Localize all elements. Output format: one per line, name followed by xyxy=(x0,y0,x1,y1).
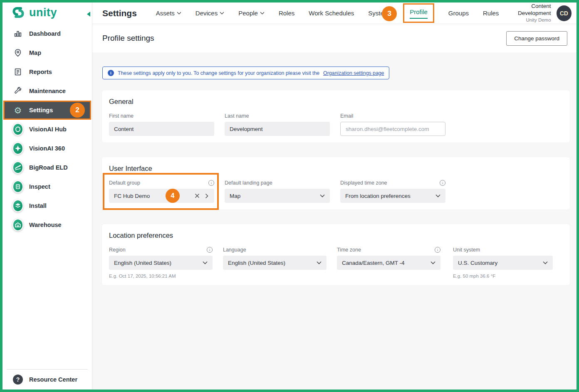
sidebar-item-label: Map xyxy=(29,49,41,56)
install-icon xyxy=(12,200,23,211)
sidebar-item-visionai-360[interactable]: VisionAI 360 xyxy=(2,139,92,158)
time-zone-value: Canada/Eastern, GMT -4 xyxy=(342,260,405,266)
chevron-down-icon xyxy=(320,194,325,197)
sidebar-item-label: BigRoad ELD xyxy=(29,164,68,171)
chevron-down-icon xyxy=(220,12,224,15)
user-block[interactable]: Content Development Unity Demo xyxy=(499,3,551,23)
location-preferences-section-title: Location preferences xyxy=(109,232,563,239)
tab-label: People xyxy=(238,10,258,17)
sidebar: unity Dashboard Map Reports xyxy=(2,2,92,390)
general-section: General First name Last name Email xyxy=(102,90,570,143)
avatar[interactable]: CD xyxy=(557,5,572,21)
map-pin-icon xyxy=(12,47,23,58)
sidebar-item-label: Settings xyxy=(29,107,53,113)
tab-label: Work Schedules xyxy=(309,10,354,17)
unit-system-label: Unit system xyxy=(453,247,480,253)
subheader: Profile settings Change password xyxy=(92,24,577,52)
chevron-down-icon xyxy=(317,261,322,264)
displayed-time-zone-label: Displayed time zone xyxy=(340,180,387,186)
info-icon[interactable] xyxy=(207,247,213,253)
wrench-icon xyxy=(12,86,23,96)
main-area: Settings Assets Devices People Roles Wor… xyxy=(92,2,577,390)
tab-devices[interactable]: Devices xyxy=(195,10,224,17)
profile-tab-annotation-box: Profile xyxy=(403,3,434,23)
sidebar-item-label: VisionAI Hub xyxy=(29,126,67,133)
info-icon[interactable] xyxy=(440,180,445,186)
info-banner: These settings apply only to you. To cha… xyxy=(102,67,389,79)
step-4-badge: 4 xyxy=(166,189,180,203)
sidebar-item-reports[interactable]: Reports xyxy=(2,62,92,81)
chevron-down-icon xyxy=(203,261,208,264)
last-name-label: Last name xyxy=(225,113,249,119)
sidebar-item-install[interactable]: Install xyxy=(2,196,92,215)
visionai-hub-icon xyxy=(12,124,23,135)
chevron-down-icon xyxy=(543,261,548,264)
language-select[interactable]: English (United States) xyxy=(223,256,327,270)
change-password-button[interactable]: Change password xyxy=(506,31,567,46)
page-title: Settings xyxy=(102,8,137,18)
chevron-down-icon xyxy=(431,261,435,264)
app-window: unity Dashboard Map Reports xyxy=(0,0,579,392)
banner-text: These settings apply only to you. To cha… xyxy=(118,70,319,76)
unit-system-field-group: Unit system U.S. Customary E.g. 50 mph 3… xyxy=(453,247,553,279)
default-landing-page-select[interactable]: Map xyxy=(225,189,330,203)
general-section-title: General xyxy=(109,98,563,106)
tab-roles[interactable]: Roles xyxy=(279,10,294,17)
visionai-360-icon xyxy=(12,143,23,154)
email-field xyxy=(340,122,445,136)
default-group-input[interactable]: FC Hub Demo 4 xyxy=(109,189,214,203)
tab-rules[interactable]: Rules xyxy=(483,10,499,17)
email-label: Email xyxy=(340,113,353,119)
inspect-icon xyxy=(12,181,23,192)
tab-profile[interactable]: Profile xyxy=(410,8,428,19)
tab-work-schedules[interactable]: Work Schedules xyxy=(309,10,354,17)
region-label: Region xyxy=(109,247,126,253)
sidebar-item-maintenance[interactable]: Maintenance xyxy=(2,81,92,101)
region-select[interactable]: English (United States) xyxy=(109,256,213,270)
first-name-field-group: First name xyxy=(109,113,214,136)
time-zone-select[interactable]: Canada/Eastern, GMT -4 xyxy=(337,256,440,270)
logo-row: unity xyxy=(2,2,92,24)
region-example-text: E.g. Oct 17, 2025, 10:56:21 AM xyxy=(109,274,213,279)
time-zone-label: Time zone xyxy=(337,247,361,253)
sidebar-item-inspect[interactable]: Inspect xyxy=(2,177,92,196)
tab-system[interactable]: System 3 xyxy=(368,10,389,17)
info-icon[interactable] xyxy=(208,180,214,186)
chevron-down-icon xyxy=(260,12,265,15)
sidebar-item-bigroad-eld[interactable]: BigRoad ELD xyxy=(2,158,92,177)
sidebar-collapse-icon[interactable] xyxy=(87,12,90,17)
bigroad-eld-icon xyxy=(12,162,23,173)
displayed-time-zone-field-group: Displayed time zone From location prefer… xyxy=(340,180,445,203)
tab-groups[interactable]: Groups xyxy=(448,10,469,17)
default-landing-page-value: Map xyxy=(230,193,240,199)
email-field-group: Email xyxy=(340,113,445,136)
region-value: English (United States) xyxy=(114,260,171,266)
sidebar-nav: Dashboard Map Reports Maintenance xyxy=(2,24,92,234)
chevron-right-icon[interactable] xyxy=(205,193,208,199)
help-question-icon xyxy=(12,374,23,385)
step-2-badge: 2 xyxy=(70,103,85,118)
sidebar-item-label: Reports xyxy=(29,69,52,75)
organization-settings-link[interactable]: Organization settings page xyxy=(323,70,384,76)
clear-icon[interactable] xyxy=(195,193,200,198)
displayed-time-zone-select[interactable]: From location preferences xyxy=(340,189,445,203)
tab-assets[interactable]: Assets xyxy=(156,10,181,17)
unity-logo-icon xyxy=(12,6,25,21)
sidebar-item-warehouse[interactable]: Warehouse xyxy=(2,215,92,234)
sidebar-item-settings[interactable]: ⚙ Settings 2 xyxy=(3,101,91,120)
info-icon[interactable] xyxy=(435,247,440,253)
sidebar-item-dashboard[interactable]: Dashboard xyxy=(2,24,92,43)
unit-system-select[interactable]: U.S. Customary xyxy=(453,256,553,270)
default-group-label: Default group xyxy=(109,180,140,186)
sidebar-item-resource-center[interactable]: Resource Center xyxy=(2,370,92,390)
content-area: These settings apply only to you. To cha… xyxy=(92,52,577,390)
location-preferences-section: Location preferences Region English (Uni… xyxy=(102,224,570,285)
first-name-input[interactable] xyxy=(109,122,214,136)
last-name-input[interactable] xyxy=(225,122,330,136)
sidebar-item-map[interactable]: Map xyxy=(2,43,92,62)
section-page-title: Profile settings xyxy=(102,34,154,43)
tab-label: Roles xyxy=(279,10,294,17)
tab-people[interactable]: People xyxy=(238,10,265,17)
sidebar-item-visionai-hub[interactable]: VisionAI Hub xyxy=(2,120,92,139)
first-name-label: First name xyxy=(109,113,134,119)
